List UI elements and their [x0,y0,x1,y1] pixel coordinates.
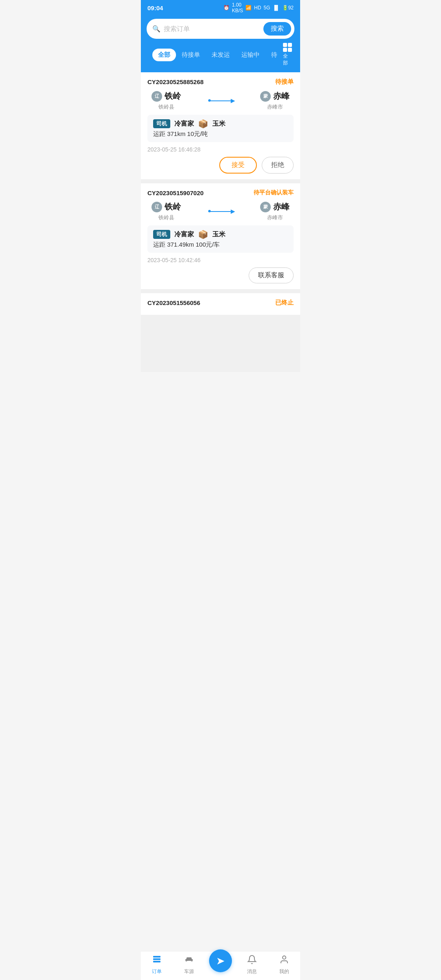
5g-icon: 5G [264,5,270,11]
content-area: CY20230525885268 待接单 辽 铁岭 铁岭县 蒙 赤峰 赤峰市 [141,72,300,372]
status-bar: 09:04 ⏰ 1.00KB/S 📶 HD 5G ▐▌ 🔋92 [141,0,300,15]
from-district-2: 铁岭县 [158,214,174,221]
from-city-2: 辽 铁岭 铁岭县 [151,201,181,221]
driver-info-2: 司机 冷富家 📦 玉米 运距 371.49km 100元/车 [147,225,294,253]
from-district-1: 铁岭县 [158,103,174,111]
order-id-1: CY20230525885268 [147,78,204,85]
order-header-3: CY2023051556056 已终止 [147,299,294,307]
driver-info-1: 司机 冷富家 📦 玉米 运距 371km 10元/吨 [147,115,294,142]
action-row-2: 联系客服 [147,267,294,283]
tab-all-label: 全部 [283,53,292,67]
order-card-2: CY20230515907020 待平台确认装车 辽 铁岭 铁岭县 蒙 赤峰 赤… [141,183,300,289]
cargo-icon-2: 📦 [198,229,208,239]
route-2: 辽 铁岭 铁岭县 蒙 赤峰 赤峰市 [147,201,294,221]
search-button[interactable]: 搜索 [263,22,291,36]
header: 🔍 搜索 全部 待接单 未发运 运输中 待 全部 [141,15,300,72]
to-city-name-1: 赤峰 [273,91,290,102]
alarm-icon: ⏰ [223,5,229,11]
search-input[interactable] [164,25,260,33]
order-time-2: 2023-05-25 10:42:46 [147,257,294,263]
from-badge-2: 辽 铁岭 [151,201,181,212]
reject-button-1[interactable]: 拒绝 [262,157,294,174]
to-city-1: 蒙 赤峰 赤峰市 [260,91,290,111]
from-city-name-1: 铁岭 [165,91,181,102]
route-1: 辽 铁岭 铁岭县 蒙 赤峰 赤峰市 [147,91,294,111]
to-city-name-2: 赤峰 [273,201,290,212]
order-header-1: CY20230525885268 待接单 [147,78,294,86]
order-id-2: CY20230515907020 [147,189,204,196]
contact-button-2[interactable]: 联系客服 [249,267,294,283]
order-time-1: 2023-05-25 16:46:28 [147,146,294,153]
to-city-2: 蒙 赤峰 赤峰市 [260,201,290,221]
order-card-1: CY20230525885268 待接单 辽 铁岭 铁岭县 蒙 赤峰 赤峰市 [141,72,300,179]
signal-icon: ▐▌ [273,5,280,11]
cargo-name-2: 玉米 [212,230,225,239]
to-badge-1: 蒙 赤峰 [260,91,290,102]
to-district-2: 赤峰市 [267,214,283,221]
accept-button-1[interactable]: 接受 [219,157,257,174]
driver-tag-1: 司机 [153,119,170,128]
order-status-2: 待平台确认装车 [254,189,294,196]
status-icons: ⏰ 1.00KB/S 📶 HD 5G ▐▌ 🔋92 [223,2,294,13]
order-status-1: 待接单 [275,78,294,86]
order-id-3: CY2023051556056 [147,299,200,306]
action-row-1: 接受 拒绝 [147,157,294,174]
route-arrow-2 [208,211,233,212]
from-province-1: 辽 [151,91,162,102]
cargo-icon-1: 📦 [198,119,208,129]
driver-details-2: 运距 371.49km 100元/车 [153,241,288,249]
from-city-1: 辽 铁岭 铁岭县 [151,91,181,111]
grid-icon [283,43,292,52]
search-icon: 🔍 [152,25,160,33]
search-bar: 🔍 搜索 [147,19,294,39]
to-badge-2: 蒙 赤峰 [260,201,290,212]
tab-wait[interactable]: 待 [265,49,283,61]
tab-all-button[interactable]: 全部 [283,43,292,67]
driver-name-1: 冷富家 [174,120,194,128]
hd-icon: HD [254,5,261,11]
route-arrow-1 [208,100,233,101]
to-province-1: 蒙 [260,91,271,102]
battery-icon: 🔋92 [282,5,294,11]
network-speed: 1.00KB/S [232,2,243,13]
order-card-3: CY2023051556056 已终止 [141,293,300,315]
from-badge-1: 辽 铁岭 [151,91,181,102]
from-city-name-2: 铁岭 [165,201,181,212]
driver-tag-2: 司机 [153,230,170,239]
from-province-2: 辽 [151,202,162,212]
order-header-2: CY20230515907020 待平台确认装车 [147,189,294,196]
tab-in-transit[interactable]: 运输中 [236,49,265,61]
order-status-3: 已终止 [275,299,294,307]
driver-name-2: 冷富家 [174,230,194,239]
to-province-2: 蒙 [260,202,271,212]
driver-row-1: 司机 冷富家 📦 玉米 [153,119,288,129]
tab-pending[interactable]: 待接单 [176,49,206,61]
to-district-1: 赤峰市 [267,103,283,111]
tab-bar: 全部 待接单 未发运 运输中 待 全部 [147,39,294,72]
wifi-icon: 📶 [245,5,252,11]
driver-details-1: 运距 371km 10元/吨 [153,130,288,138]
tab-all[interactable]: 全部 [152,49,176,61]
cargo-name-1: 玉米 [212,120,225,128]
status-time: 09:04 [147,4,163,11]
driver-row-2: 司机 冷富家 📦 玉米 [153,229,288,239]
tab-not-shipped[interactable]: 未发运 [206,49,236,61]
